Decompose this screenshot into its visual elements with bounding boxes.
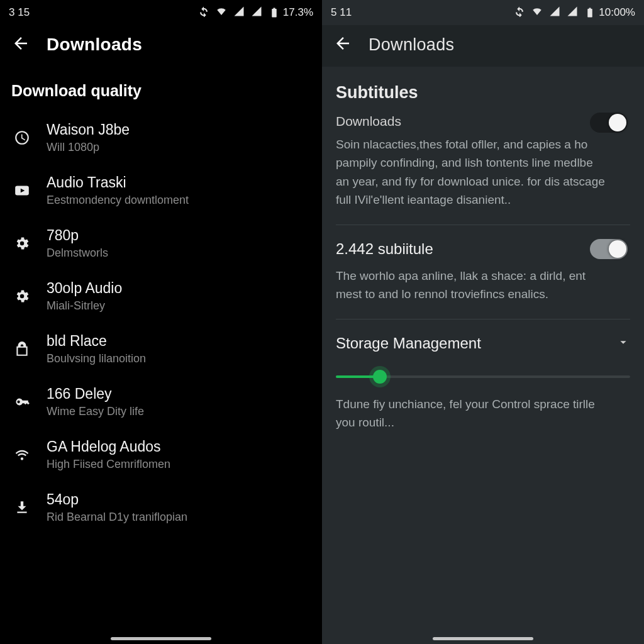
row-title: 54op [47,491,187,508]
row-sub: Will 1080p [47,141,130,154]
downloads-toggle-block: Downloads Soin nlacacties,thes fotal ofl… [336,114,630,225]
subtitle-toggle[interactable] [590,239,628,259]
storage-slider[interactable] [336,366,630,387]
signal-icon [251,6,262,20]
quality-row[interactable]: 780pDelmstworls [0,217,322,270]
status-icons: 17.3% [198,6,313,20]
quality-row[interactable]: 54opRid Bearnal D1y traniflopian [0,481,322,534]
page-title: Downloads [369,35,454,55]
quality-row[interactable]: GA Hdelog AudosHigh Fiised Cemriflomen [0,428,322,481]
storage-description: Tdune fiy unchiance, fel your Control sp… [336,395,606,432]
row-title: 166 Deley [47,386,144,402]
status-time: 3 15 [9,6,30,19]
downloads-toggle[interactable] [590,113,628,133]
home-indicator[interactable] [111,637,211,640]
lock-icon [11,341,33,357]
chevron-down-icon[interactable] [616,335,630,352]
clock-icon [11,130,33,146]
download-icon [11,499,33,516]
setting-description: Soin nlacacties,thes fotal ofller, and c… [336,135,606,209]
right-screen: 5 11 10:00% Downloads Subtitules Downloa… [322,0,644,644]
wifi-icon [11,447,33,463]
row-title: 780p [47,227,108,244]
battery-text: 10:00% [599,6,635,19]
row-sub: Rid Bearnal D1y traniflopian [47,511,187,524]
page-title: Downloads [47,35,142,55]
storage-title: Storage Management [336,335,481,352]
row-title: GA Hdelog Audos [47,438,170,455]
row-title: Waison J8be [47,121,130,138]
status-bar-left: 3 15 17.3% [0,0,322,25]
setting-label: 2.442 subiitule [336,240,630,258]
signal-icon [549,6,560,20]
row-sub: Boulvsing lilanoition [47,352,146,365]
battery-text: 17.3% [283,6,313,19]
sync-icon [514,6,525,20]
quality-row[interactable]: bld RlaceBoulvsing lilanoition [0,323,322,375]
row-sub: Eestmondency downtloment [47,194,189,207]
gear-icon [11,288,33,304]
wifi-icon [531,6,543,20]
wifi-icon [216,6,227,20]
row-sub: Delmstworls [47,247,108,260]
gear-icon [11,235,33,252]
row-title: 30olp Audio [47,280,122,297]
divider [336,319,630,319]
subtitle-toggle-block: 2.442 subiitule The worhlo apa anline, l… [336,240,630,319]
home-indicator[interactable] [433,637,533,640]
header-bar-right: Downloads [322,25,644,67]
status-icons: 10:00% [514,6,635,20]
setting-description: The worhlo apa anline, llak a shace: a d… [336,267,606,304]
divider [336,225,630,225]
row-title: bld Rlace [47,333,146,350]
sync-icon [198,6,209,20]
quality-row[interactable]: 166 DeleyWime Easy Dity life [0,375,322,428]
status-bar-right: 5 11 10:00% [322,0,644,25]
setting-label: Downloads [336,114,630,129]
row-title: Audio Traski [47,174,189,191]
header-bar-left: Downloads [0,25,322,67]
signal-icon [567,6,578,20]
row-sub: Wime Easy Dity life [47,405,144,418]
left-screen: 3 15 17.3% Downloads Download quality Wa… [0,0,322,644]
battery-indicator: 10:00% [584,6,635,19]
row-sub: Miali-Sitrley [47,299,122,313]
back-icon[interactable] [11,34,30,55]
key-icon [11,394,33,410]
quality-row[interactable]: Audio TraskiEestmondency downtloment [0,164,322,217]
row-sub: High Fiised Cemriflomen [47,458,170,471]
quality-row[interactable]: Waison J8beWill 1080p [0,111,322,164]
section-heading: Download quality [0,67,322,111]
section-heading: Subtitules [336,83,630,103]
back-icon[interactable] [333,34,352,55]
signal-icon [233,6,245,20]
play-icon [11,182,33,199]
battery-indicator: 17.3% [269,6,313,19]
status-time: 5 11 [331,6,352,19]
quality-row[interactable]: 30olp AudioMiali-Sitrley [0,270,322,323]
storage-block: Storage Management Tdune fiy unchiance, … [336,335,630,447]
